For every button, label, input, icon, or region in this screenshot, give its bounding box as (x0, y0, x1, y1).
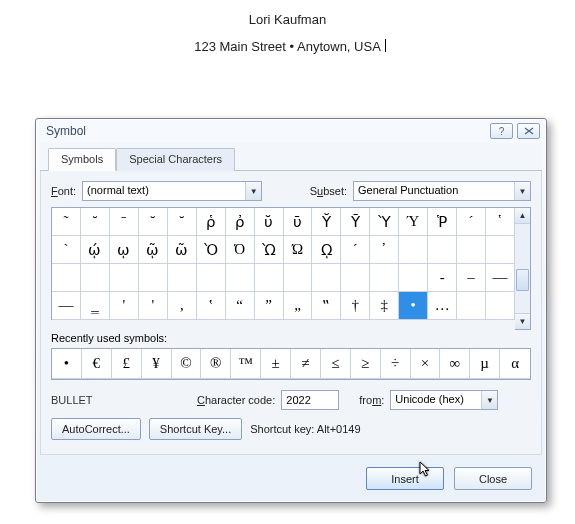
recent-symbol-cell[interactable]: ≤ (321, 349, 351, 379)
recent-symbol-cell[interactable]: • (52, 349, 82, 379)
symbol-cell[interactable] (457, 292, 486, 320)
symbol-cell[interactable]: ' (139, 292, 168, 320)
recent-symbol-cell[interactable]: ¥ (142, 349, 172, 379)
chevron-down-icon[interactable]: ▼ (514, 182, 530, 200)
symbol-cell[interactable]: ῾ (486, 208, 515, 236)
symbol-cell[interactable]: Ώ (284, 236, 313, 264)
symbol-cell[interactable] (486, 236, 515, 264)
symbol-cell[interactable]: — (486, 264, 515, 292)
recent-symbol-cell[interactable]: € (82, 349, 112, 379)
symbol-cell[interactable]: ‛ (197, 292, 226, 320)
symbol-cell[interactable]: ῤ (226, 208, 255, 236)
symbol-cell[interactable] (312, 264, 341, 292)
recent-symbol-cell[interactable]: × (411, 349, 441, 379)
symbol-cell[interactable]: Ύ (399, 208, 428, 236)
shortcut-key-button[interactable]: Shortcut Key... (149, 418, 242, 440)
symbol-cell[interactable] (370, 264, 399, 292)
symbol-cell[interactable] (255, 264, 284, 292)
symbol-cell[interactable]: „ (284, 292, 313, 320)
symbol-cell[interactable]: – (457, 264, 486, 292)
symbol-cell[interactable] (197, 264, 226, 292)
recent-symbol-cell[interactable]: α (500, 349, 530, 379)
recent-symbol-cell[interactable]: © (172, 349, 202, 379)
symbol-cell[interactable]: ˘ (139, 208, 168, 236)
character-code-input[interactable] (281, 390, 339, 410)
symbol-cell[interactable] (226, 264, 255, 292)
symbol-cell[interactable]: Ῡ (341, 208, 370, 236)
symbol-cell[interactable] (139, 264, 168, 292)
symbol-cell[interactable] (284, 264, 313, 292)
symbol-cell[interactable]: ῥ (197, 208, 226, 236)
tab-special-characters[interactable]: Special Characters (116, 148, 235, 171)
recent-grid[interactable]: •€£¥©®™±≠≤≥÷×∞µα (51, 348, 531, 380)
close-x-button[interactable] (517, 123, 540, 139)
symbol-cell[interactable]: ˘ (81, 208, 110, 236)
symbol-cell[interactable] (399, 236, 428, 264)
symbol-cell[interactable] (168, 264, 197, 292)
symbol-cell[interactable]: Ῥ (428, 208, 457, 236)
scroll-thumb[interactable] (516, 269, 529, 291)
symbol-cell[interactable]: Ὼ (255, 236, 284, 264)
autocorrect-button[interactable]: AutoCorrect... (51, 418, 141, 440)
symbol-cell[interactable]: ˜ (52, 208, 81, 236)
symbol-cell[interactable] (341, 264, 370, 292)
symbol-cell[interactable] (399, 264, 428, 292)
chevron-down-icon[interactable]: ▼ (481, 391, 497, 409)
symbol-cell[interactable]: “ (226, 292, 255, 320)
tab-symbols[interactable]: Symbols (48, 148, 116, 171)
symbol-cell[interactable]: ‟ (312, 292, 341, 320)
chevron-down-icon[interactable]: ▼ (245, 182, 261, 200)
scroll-track[interactable] (515, 224, 530, 313)
symbol-cell[interactable]: ῷ (139, 236, 168, 264)
symbol-cell[interactable]: Ό (226, 236, 255, 264)
symbol-cell[interactable]: • (399, 292, 428, 320)
recent-symbol-cell[interactable]: ∞ (440, 349, 470, 379)
symbol-cell[interactable]: ᾽ (370, 236, 399, 264)
dialog-titlebar[interactable]: Symbol ? (36, 119, 546, 143)
symbol-cell[interactable] (486, 292, 515, 320)
symbol-cell[interactable]: ´ (341, 236, 370, 264)
symbol-cell[interactable]: ” (255, 292, 284, 320)
insert-button[interactable]: Insert (366, 467, 444, 490)
symbol-cell[interactable] (52, 264, 81, 292)
recent-symbol-cell[interactable]: ≥ (351, 349, 381, 379)
symbol-cell[interactable] (110, 264, 139, 292)
symbol-cell[interactable]: ´ (457, 208, 486, 236)
close-button[interactable]: Close (454, 467, 532, 490)
symbol-cell[interactable] (428, 236, 457, 264)
symbol-cell[interactable] (457, 236, 486, 264)
symbol-cell[interactable]: ‡ (370, 292, 399, 320)
recent-symbol-cell[interactable]: ÷ (381, 349, 411, 379)
help-button[interactable]: ? (490, 123, 513, 139)
symbol-cell[interactable]: ‚ (168, 292, 197, 320)
from-combo[interactable]: Unicode (hex) ▼ (390, 390, 498, 410)
symbol-cell[interactable]: ‗ (81, 292, 110, 320)
recent-symbol-cell[interactable]: ® (201, 349, 231, 379)
symbol-cell[interactable]: ‐ (428, 264, 457, 292)
symbol-cell[interactable]: ῠ (255, 208, 284, 236)
grid-scrollbar[interactable]: ▲ ▼ (515, 207, 531, 330)
symbol-cell[interactable]: ˉ (110, 208, 139, 236)
symbol-cell[interactable]: ῳ (110, 236, 139, 264)
recent-symbol-cell[interactable]: ≠ (291, 349, 321, 379)
symbol-cell[interactable]: ῶ (168, 236, 197, 264)
symbol-cell[interactable]: ῡ (284, 208, 313, 236)
recent-symbol-cell[interactable]: µ (470, 349, 500, 379)
subset-combo[interactable]: General Punctuation ▼ (353, 181, 531, 201)
symbol-cell[interactable]: ˘ (168, 208, 197, 236)
symbol-cell[interactable]: ` (52, 236, 81, 264)
symbol-cell[interactable]: ῴ (81, 236, 110, 264)
recent-symbol-cell[interactable]: £ (112, 349, 142, 379)
symbol-grid[interactable]: ˜˘ˉ˘˘ῥῤῠῡῨῩῪΎῬ´῾`ῴῳῷῶῸΌῺΏῼ´᾽ ‐–—―‗''‚‛… (51, 207, 515, 320)
symbol-cell[interactable] (81, 264, 110, 292)
symbol-cell[interactable]: Ῠ (312, 208, 341, 236)
symbol-cell[interactable]: ― (52, 292, 81, 320)
recent-symbol-cell[interactable]: ± (261, 349, 291, 379)
recent-symbol-cell[interactable]: ™ (231, 349, 261, 379)
symbol-cell[interactable]: † (341, 292, 370, 320)
symbol-cell[interactable]: Ὸ (197, 236, 226, 264)
symbol-cell[interactable]: ῼ (312, 236, 341, 264)
symbol-cell[interactable]: … (428, 292, 457, 320)
scroll-up-button[interactable]: ▲ (515, 208, 530, 224)
symbol-cell[interactable]: Ὺ (370, 208, 399, 236)
